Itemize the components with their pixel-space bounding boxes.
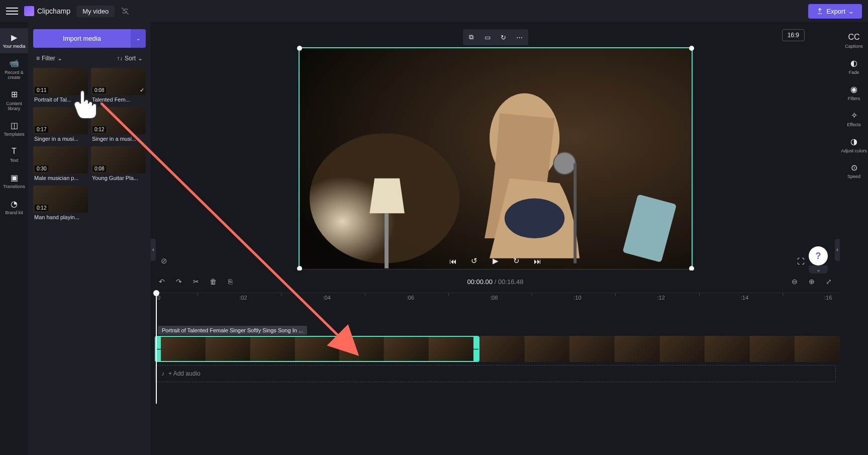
- sort-button[interactable]: ↑↓Sort⌄: [117, 55, 143, 62]
- sort-icon: ↑↓: [117, 55, 123, 62]
- upload-icon: [816, 8, 823, 15]
- playback-controls: ⏮ ↺ ▶ ↻ ⏭: [448, 255, 543, 266]
- project-title[interactable]: My video: [76, 6, 115, 17]
- media-thumbnail: 0:11: [33, 68, 88, 95]
- media-item-6[interactable]: 0:12Man hand playin...: [33, 186, 88, 222]
- media-thumbnail: 0:08: [91, 146, 146, 173]
- zoom-fit-button[interactable]: ⤢: [824, 278, 834, 286]
- media-item-1[interactable]: 0:08✓Talented Fem...: [91, 68, 146, 104]
- music-icon: ♪: [161, 370, 164, 377]
- sidebar-effects[interactable]: ✧Effects: [840, 107, 868, 132]
- video-clip-selected[interactable]: || ||: [155, 336, 479, 362]
- ruler-tick: :06: [407, 295, 414, 301]
- checkmark-icon: ✓: [140, 87, 144, 94]
- transitions-icon: ▣: [9, 172, 19, 183]
- collapse-help-button[interactable]: ⌄: [809, 265, 828, 274]
- sidebar-record-create[interactable]: 📹Record & create: [0, 54, 28, 84]
- captions-icon: CC: [849, 32, 859, 42]
- logo-icon: [24, 6, 34, 16]
- media-duration: 0:30: [35, 165, 48, 172]
- add-audio-track[interactable]: ♪ + Add audio: [155, 365, 836, 382]
- media-duration: 0:17: [35, 126, 48, 133]
- media-icon: ▶: [9, 32, 19, 42]
- media-item-4[interactable]: 0:30Male musician p...: [33, 146, 88, 183]
- more-options-button[interactable]: ⋯: [512, 30, 527, 44]
- svg-point-4: [504, 198, 564, 238]
- watermark-button[interactable]: ⊘: [161, 256, 167, 265]
- top-bar: Clipchamp My video Export ⌄: [0, 0, 868, 22]
- rewind-button[interactable]: ↺: [469, 255, 480, 266]
- ruler-minor-tick: [783, 293, 783, 296]
- sidebar-adjust-colors[interactable]: ◑Adjust colors: [840, 133, 868, 158]
- templates-icon: ◫: [9, 120, 19, 130]
- filter-button[interactable]: ≡Filter⌄: [36, 55, 62, 62]
- export-button[interactable]: Export ⌄: [808, 4, 862, 19]
- prev-button[interactable]: ⏮: [448, 255, 459, 266]
- app-logo[interactable]: Clipchamp: [24, 6, 70, 16]
- media-filename: Man hand playin...: [33, 213, 88, 222]
- redo-button[interactable]: ↷: [174, 278, 184, 286]
- media-filename: Portrait of Tal...: [33, 95, 88, 104]
- sidebar-captions[interactable]: CCCaptions: [840, 28, 868, 53]
- zoom-out-button[interactable]: ⊖: [790, 278, 800, 286]
- ruler-tick: :02: [239, 295, 247, 301]
- media-thumbnail: 0:08✓: [91, 68, 146, 95]
- media-duration: 0:12: [35, 205, 48, 211]
- fullscreen-button[interactable]: ⛶: [797, 257, 805, 265]
- zoom-in-button[interactable]: ⊕: [807, 278, 817, 286]
- preview-image: [300, 48, 692, 269]
- timeline-time: 00:00.00 / 00:16.48: [467, 278, 523, 286]
- sidebar-brand-kit[interactable]: ◔Brand kit: [0, 195, 28, 220]
- duplicate-button[interactable]: ⎘: [225, 278, 235, 286]
- ruler-minor-tick: [532, 293, 532, 296]
- sidebar-text[interactable]: TText: [0, 142, 28, 167]
- crop-button[interactable]: ⧉: [464, 30, 479, 44]
- rotate-button[interactable]: ↻: [496, 30, 511, 44]
- text-icon: T: [9, 146, 19, 156]
- resize-handle-tl[interactable]: [297, 46, 302, 51]
- sidebar-speed[interactable]: ⊙Speed: [840, 158, 868, 184]
- timeline-ruler[interactable]: :0:02:04:06:08:10:12:14:16: [151, 293, 840, 304]
- media-item-2[interactable]: 0:17Singer in a musi...: [33, 107, 88, 143]
- sidebar-fade[interactable]: ◐Fade: [840, 54, 868, 79]
- media-item-3[interactable]: 0:12Singer in a musi...: [91, 107, 146, 143]
- filter-icon: ≡: [36, 55, 40, 62]
- timeline-tracks: Portrait of Talented Female Singer Softl…: [151, 304, 840, 382]
- import-dropdown[interactable]: ⌄: [131, 29, 146, 48]
- media-item-0[interactable]: 0:11Portrait of Tal...: [33, 68, 88, 104]
- media-thumbnail: 0:12: [91, 107, 146, 134]
- import-media-button[interactable]: Import media: [33, 29, 131, 48]
- sidebar-content-library[interactable]: ⊞Content library: [0, 85, 28, 116]
- adjust-icon: ◑: [849, 137, 859, 147]
- play-button[interactable]: ▶: [490, 255, 501, 266]
- preview-toolbar: ⧉ ▭ ↻ ⋯: [463, 29, 528, 45]
- preview-canvas[interactable]: [299, 47, 693, 269]
- media-duration: 0:08: [92, 87, 106, 94]
- playhead[interactable]: [156, 293, 157, 404]
- split-button[interactable]: ✂: [191, 278, 201, 286]
- fit-button[interactable]: ▭: [480, 30, 495, 44]
- media-panel: Import media ⌄ ≡Filter⌄ ↑↓Sort⌄ 0:11Port…: [28, 22, 151, 455]
- clip-handle-right[interactable]: ||: [473, 337, 478, 361]
- sidebar-filters[interactable]: ◉Filters: [840, 80, 868, 106]
- undo-button[interactable]: ↶: [157, 278, 167, 286]
- aspect-ratio-button[interactable]: 16:9: [782, 29, 805, 41]
- resize-handle-tr[interactable]: [689, 46, 694, 51]
- sidebar-your-media[interactable]: ▶Your media: [0, 28, 28, 53]
- media-filename: Male musician p...: [33, 173, 88, 183]
- record-icon: 📹: [9, 58, 19, 68]
- video-clip-2[interactable]: [479, 336, 840, 362]
- chevron-down-icon: ⌄: [138, 55, 143, 62]
- forward-button[interactable]: ↻: [511, 255, 522, 266]
- ruler-minor-tick: [281, 293, 281, 296]
- speed-icon: ⊙: [849, 162, 859, 172]
- help-button[interactable]: ?: [809, 246, 828, 265]
- delete-button[interactable]: 🗑: [208, 278, 218, 286]
- sidebar-templates[interactable]: ◫Templates: [0, 116, 28, 141]
- media-duration: 0:08: [92, 165, 106, 172]
- next-button[interactable]: ⏭: [532, 255, 543, 266]
- media-item-5[interactable]: 0:08Young Guitar Pla...: [91, 146, 146, 183]
- menu-button[interactable]: [6, 5, 18, 17]
- sidebar-transitions[interactable]: ▣Transitions: [0, 168, 28, 194]
- ruler-minor-tick: [448, 293, 449, 296]
